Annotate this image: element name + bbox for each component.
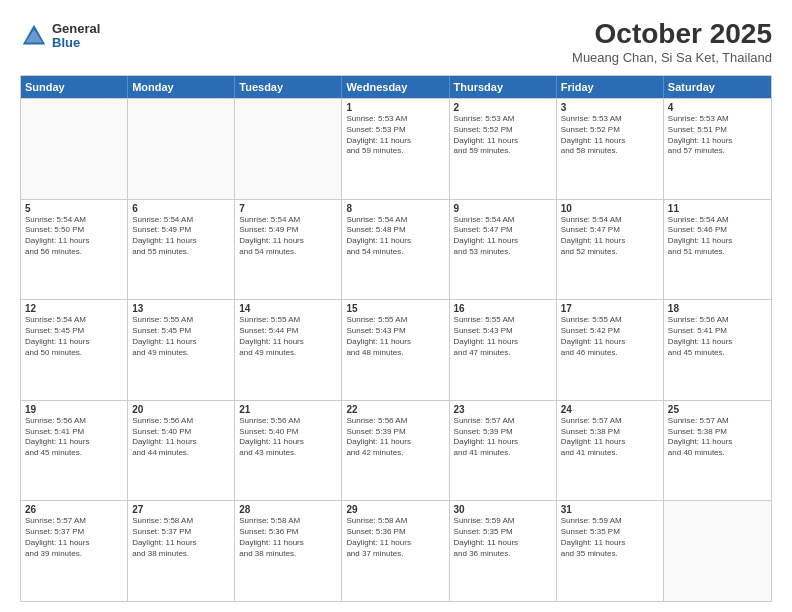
day-cell: 19Sunrise: 5:56 AM Sunset: 5:41 PM Dayli… bbox=[21, 401, 128, 501]
day-info: Sunrise: 5:54 AM Sunset: 5:50 PM Dayligh… bbox=[25, 215, 123, 258]
day-number: 16 bbox=[454, 303, 552, 314]
day-cell: 1Sunrise: 5:53 AM Sunset: 5:53 PM Daylig… bbox=[342, 99, 449, 199]
main-title: October 2025 bbox=[572, 18, 772, 50]
day-header-saturday: Saturday bbox=[664, 76, 771, 98]
week-row-1: 5Sunrise: 5:54 AM Sunset: 5:50 PM Daylig… bbox=[21, 199, 771, 300]
day-number: 31 bbox=[561, 504, 659, 515]
day-cell: 29Sunrise: 5:58 AM Sunset: 5:36 PM Dayli… bbox=[342, 501, 449, 601]
day-cell: 14Sunrise: 5:55 AM Sunset: 5:44 PM Dayli… bbox=[235, 300, 342, 400]
day-info: Sunrise: 5:53 AM Sunset: 5:53 PM Dayligh… bbox=[346, 114, 444, 157]
day-number: 12 bbox=[25, 303, 123, 314]
day-header-thursday: Thursday bbox=[450, 76, 557, 98]
day-number: 4 bbox=[668, 102, 767, 113]
day-info: Sunrise: 5:53 AM Sunset: 5:52 PM Dayligh… bbox=[454, 114, 552, 157]
day-info: Sunrise: 5:56 AM Sunset: 5:41 PM Dayligh… bbox=[668, 315, 767, 358]
day-info: Sunrise: 5:57 AM Sunset: 5:38 PM Dayligh… bbox=[668, 416, 767, 459]
day-number: 17 bbox=[561, 303, 659, 314]
day-info: Sunrise: 5:54 AM Sunset: 5:49 PM Dayligh… bbox=[132, 215, 230, 258]
day-number: 13 bbox=[132, 303, 230, 314]
day-header-friday: Friday bbox=[557, 76, 664, 98]
page-header: General Blue October 2025 Mueang Chan, S… bbox=[20, 18, 772, 65]
day-cell: 28Sunrise: 5:58 AM Sunset: 5:36 PM Dayli… bbox=[235, 501, 342, 601]
day-info: Sunrise: 5:58 AM Sunset: 5:36 PM Dayligh… bbox=[346, 516, 444, 559]
day-cell: 23Sunrise: 5:57 AM Sunset: 5:39 PM Dayli… bbox=[450, 401, 557, 501]
day-cell: 20Sunrise: 5:56 AM Sunset: 5:40 PM Dayli… bbox=[128, 401, 235, 501]
day-number: 28 bbox=[239, 504, 337, 515]
week-row-3: 19Sunrise: 5:56 AM Sunset: 5:41 PM Dayli… bbox=[21, 400, 771, 501]
day-cell: 3Sunrise: 5:53 AM Sunset: 5:52 PM Daylig… bbox=[557, 99, 664, 199]
day-info: Sunrise: 5:54 AM Sunset: 5:45 PM Dayligh… bbox=[25, 315, 123, 358]
logo-icon bbox=[20, 22, 48, 50]
day-number: 30 bbox=[454, 504, 552, 515]
title-area: October 2025 Mueang Chan, Si Sa Ket, Tha… bbox=[572, 18, 772, 65]
logo: General Blue bbox=[20, 22, 100, 51]
day-cell: 10Sunrise: 5:54 AM Sunset: 5:47 PM Dayli… bbox=[557, 200, 664, 300]
day-cell: 25Sunrise: 5:57 AM Sunset: 5:38 PM Dayli… bbox=[664, 401, 771, 501]
day-info: Sunrise: 5:57 AM Sunset: 5:37 PM Dayligh… bbox=[25, 516, 123, 559]
day-info: Sunrise: 5:56 AM Sunset: 5:41 PM Dayligh… bbox=[25, 416, 123, 459]
logo-blue: Blue bbox=[52, 36, 100, 50]
day-cell: 18Sunrise: 5:56 AM Sunset: 5:41 PM Dayli… bbox=[664, 300, 771, 400]
day-cell: 8Sunrise: 5:54 AM Sunset: 5:48 PM Daylig… bbox=[342, 200, 449, 300]
day-number: 20 bbox=[132, 404, 230, 415]
day-cell: 2Sunrise: 5:53 AM Sunset: 5:52 PM Daylig… bbox=[450, 99, 557, 199]
day-info: Sunrise: 5:55 AM Sunset: 5:45 PM Dayligh… bbox=[132, 315, 230, 358]
day-number: 26 bbox=[25, 504, 123, 515]
day-cell: 22Sunrise: 5:56 AM Sunset: 5:39 PM Dayli… bbox=[342, 401, 449, 501]
day-info: Sunrise: 5:56 AM Sunset: 5:40 PM Dayligh… bbox=[239, 416, 337, 459]
day-cell: 4Sunrise: 5:53 AM Sunset: 5:51 PM Daylig… bbox=[664, 99, 771, 199]
day-number: 11 bbox=[668, 203, 767, 214]
day-number: 15 bbox=[346, 303, 444, 314]
day-cell bbox=[664, 501, 771, 601]
calendar: SundayMondayTuesdayWednesdayThursdayFrid… bbox=[20, 75, 772, 602]
day-cell: 12Sunrise: 5:54 AM Sunset: 5:45 PM Dayli… bbox=[21, 300, 128, 400]
day-cell: 16Sunrise: 5:55 AM Sunset: 5:43 PM Dayli… bbox=[450, 300, 557, 400]
day-info: Sunrise: 5:55 AM Sunset: 5:42 PM Dayligh… bbox=[561, 315, 659, 358]
day-number: 27 bbox=[132, 504, 230, 515]
logo-general: General bbox=[52, 22, 100, 36]
day-cell: 13Sunrise: 5:55 AM Sunset: 5:45 PM Dayli… bbox=[128, 300, 235, 400]
subtitle: Mueang Chan, Si Sa Ket, Thailand bbox=[572, 50, 772, 65]
day-info: Sunrise: 5:56 AM Sunset: 5:39 PM Dayligh… bbox=[346, 416, 444, 459]
day-cell bbox=[235, 99, 342, 199]
day-number: 19 bbox=[25, 404, 123, 415]
day-number: 1 bbox=[346, 102, 444, 113]
day-info: Sunrise: 5:54 AM Sunset: 5:47 PM Dayligh… bbox=[454, 215, 552, 258]
day-info: Sunrise: 5:54 AM Sunset: 5:48 PM Dayligh… bbox=[346, 215, 444, 258]
day-info: Sunrise: 5:58 AM Sunset: 5:36 PM Dayligh… bbox=[239, 516, 337, 559]
day-number: 18 bbox=[668, 303, 767, 314]
day-info: Sunrise: 5:59 AM Sunset: 5:35 PM Dayligh… bbox=[454, 516, 552, 559]
day-cell: 30Sunrise: 5:59 AM Sunset: 5:35 PM Dayli… bbox=[450, 501, 557, 601]
day-info: Sunrise: 5:56 AM Sunset: 5:40 PM Dayligh… bbox=[132, 416, 230, 459]
day-cell: 21Sunrise: 5:56 AM Sunset: 5:40 PM Dayli… bbox=[235, 401, 342, 501]
day-cell: 15Sunrise: 5:55 AM Sunset: 5:43 PM Dayli… bbox=[342, 300, 449, 400]
day-cell: 27Sunrise: 5:58 AM Sunset: 5:37 PM Dayli… bbox=[128, 501, 235, 601]
day-cell: 7Sunrise: 5:54 AM Sunset: 5:49 PM Daylig… bbox=[235, 200, 342, 300]
day-number: 7 bbox=[239, 203, 337, 214]
day-number: 23 bbox=[454, 404, 552, 415]
day-info: Sunrise: 5:57 AM Sunset: 5:38 PM Dayligh… bbox=[561, 416, 659, 459]
day-cell: 26Sunrise: 5:57 AM Sunset: 5:37 PM Dayli… bbox=[21, 501, 128, 601]
day-header-sunday: Sunday bbox=[21, 76, 128, 98]
day-header-monday: Monday bbox=[128, 76, 235, 98]
day-number: 22 bbox=[346, 404, 444, 415]
day-number: 25 bbox=[668, 404, 767, 415]
day-number: 5 bbox=[25, 203, 123, 214]
day-info: Sunrise: 5:55 AM Sunset: 5:43 PM Dayligh… bbox=[346, 315, 444, 358]
day-number: 2 bbox=[454, 102, 552, 113]
day-info: Sunrise: 5:54 AM Sunset: 5:46 PM Dayligh… bbox=[668, 215, 767, 258]
day-cell: 17Sunrise: 5:55 AM Sunset: 5:42 PM Dayli… bbox=[557, 300, 664, 400]
day-info: Sunrise: 5:59 AM Sunset: 5:35 PM Dayligh… bbox=[561, 516, 659, 559]
day-info: Sunrise: 5:54 AM Sunset: 5:47 PM Dayligh… bbox=[561, 215, 659, 258]
week-row-4: 26Sunrise: 5:57 AM Sunset: 5:37 PM Dayli… bbox=[21, 500, 771, 601]
week-row-2: 12Sunrise: 5:54 AM Sunset: 5:45 PM Dayli… bbox=[21, 299, 771, 400]
day-number: 14 bbox=[239, 303, 337, 314]
day-cell: 11Sunrise: 5:54 AM Sunset: 5:46 PM Dayli… bbox=[664, 200, 771, 300]
day-number: 3 bbox=[561, 102, 659, 113]
day-info: Sunrise: 5:55 AM Sunset: 5:43 PM Dayligh… bbox=[454, 315, 552, 358]
day-headers: SundayMondayTuesdayWednesdayThursdayFrid… bbox=[21, 76, 771, 98]
day-cell: 31Sunrise: 5:59 AM Sunset: 5:35 PM Dayli… bbox=[557, 501, 664, 601]
day-info: Sunrise: 5:55 AM Sunset: 5:44 PM Dayligh… bbox=[239, 315, 337, 358]
day-cell: 6Sunrise: 5:54 AM Sunset: 5:49 PM Daylig… bbox=[128, 200, 235, 300]
day-number: 10 bbox=[561, 203, 659, 214]
